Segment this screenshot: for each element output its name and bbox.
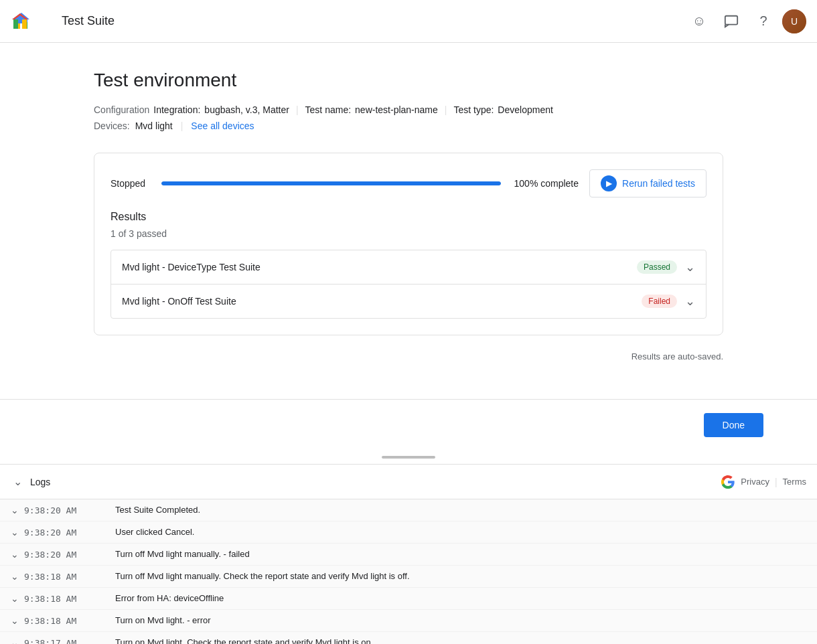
test-item-1[interactable]: Mvd light - OnOff Test Suite Failed ⌄: [111, 285, 706, 318]
status-label: Stopped: [110, 178, 151, 189]
config-row: Configuration Integration: bugbash, v.3,…: [94, 104, 723, 115]
test-type-value: Development: [498, 104, 553, 115]
log-time-2: 9:38:20 AM: [24, 550, 76, 560]
done-row: Done: [0, 400, 817, 451]
log-entry-3: ⌄ 9:38:18 AM Turn off Mvd light manually…: [0, 566, 817, 588]
main-content: Test environment Configuration Integrati…: [40, 43, 777, 399]
svg-rect-7: [22, 19, 27, 29]
privacy-link[interactable]: Privacy: [741, 477, 769, 487]
badge-failed-1: Failed: [642, 295, 677, 308]
logs-header: ⌄ Logs Privacy | Terms: [0, 465, 817, 499]
log-entry-0: ⌄ 9:38:20 AM Test Suite Completed.: [0, 499, 817, 521]
scroll-indicator: [0, 451, 817, 464]
log-chevron-0[interactable]: ⌄: [11, 505, 19, 515]
log-entries: ⌄ 9:38:20 AM Test Suite Completed. ⌄ 9:3…: [0, 499, 817, 644]
log-time-3: 9:38:18 AM: [24, 572, 76, 582]
integration-value: bugbash, v.3, Matter: [204, 104, 289, 115]
footer-separator: |: [775, 477, 777, 487]
emoji-button[interactable]: ☺: [686, 8, 713, 35]
test-name-1: Mvd light - OnOff Test Suite: [122, 296, 236, 307]
app-logo-icon: [11, 12, 29, 31]
separator-2: |: [445, 104, 447, 115]
user-avatar[interactable]: U: [782, 9, 806, 33]
log-entry-left-1: ⌄ 9:38:20 AM: [11, 527, 104, 538]
log-time-1: 9:38:20 AM: [24, 528, 76, 538]
log-time-0: 9:38:20 AM: [24, 505, 76, 515]
log-message-4: Error from HA: deviceOffline: [115, 593, 806, 603]
log-time-5: 9:38:18 AM: [24, 616, 76, 626]
log-message-0: Test Suite Completed.: [115, 505, 806, 515]
test-item-0[interactable]: Mvd light - DeviceType Test Suite Passed…: [111, 250, 706, 285]
log-chevron-4[interactable]: ⌄: [11, 593, 19, 604]
page-title: Test environment: [94, 70, 723, 91]
log-entry-left-5: ⌄ 9:38:18 AM: [11, 615, 104, 626]
progress-row: Stopped 100% complete ▶ Rerun failed tes…: [110, 169, 707, 197]
chevron-down-icon-1: ⌄: [685, 294, 695, 309]
log-entry-6: ⌄ 9:38:17 AM Turn on Mvd light. Check th…: [0, 632, 817, 644]
progress-bar-container: [161, 181, 501, 185]
app-header: Test Suite ☺ ? U: [0, 0, 817, 43]
log-entry-left-6: ⌄ 9:38:17 AM: [11, 637, 104, 644]
results-section: Results 1 of 3 passed Mvd light - Device…: [110, 211, 707, 319]
log-chevron-6[interactable]: ⌄: [11, 637, 19, 644]
log-message-2: Turn off Mvd light manually. - failed: [115, 549, 806, 559]
test-name-0: Mvd light - DeviceType Test Suite: [122, 262, 261, 272]
log-message-1: User clicked Cancel.: [115, 527, 806, 537]
log-entry-left-4: ⌄ 9:38:18 AM: [11, 593, 104, 604]
log-entry-1: ⌄ 9:38:20 AM User clicked Cancel.: [0, 521, 817, 544]
google-g-icon: [721, 475, 735, 489]
log-message-5: Turn on Mvd light. - error: [115, 615, 806, 625]
auto-saved-text: Results are auto-saved.: [94, 351, 723, 361]
svg-rect-6: [13, 19, 18, 29]
help-button[interactable]: ?: [750, 8, 777, 35]
log-entry-left-3: ⌄ 9:38:18 AM: [11, 571, 104, 582]
log-entry-5: ⌄ 9:38:18 AM Turn on Mvd light. - error: [0, 610, 817, 632]
progress-bar-fill: [161, 181, 501, 185]
test-right-0: Passed ⌄: [637, 260, 695, 274]
log-chevron-2[interactable]: ⌄: [11, 549, 19, 560]
chevron-down-icon-0: ⌄: [685, 260, 695, 274]
terms-link[interactable]: Terms: [783, 477, 806, 487]
separator-3: |: [181, 120, 183, 131]
rerun-label: Rerun failed tests: [622, 178, 695, 189]
logs-section: ⌄ Logs Privacy | Terms ⌄ 9:38:20 AM Test…: [0, 464, 817, 644]
done-button[interactable]: Done: [704, 413, 763, 437]
test-type-label: Test type:: [453, 104, 494, 115]
devices-row: Devices: Mvd light | See all devices: [94, 120, 723, 131]
log-chevron-5[interactable]: ⌄: [11, 615, 19, 626]
progress-card: Stopped 100% complete ▶ Rerun failed tes…: [94, 153, 723, 335]
scroll-bar: [382, 456, 435, 459]
progress-percentage: 100% complete: [512, 178, 579, 189]
results-title: Results: [110, 211, 707, 223]
see-all-devices-link[interactable]: See all devices: [191, 120, 254, 131]
svg-rect-8: [725, 15, 737, 24]
rerun-failed-tests-button[interactable]: ▶ Rerun failed tests: [589, 169, 707, 197]
test-name-value: new-test-plan-name: [355, 104, 438, 115]
log-entry-4: ⌄ 9:38:18 AM Error from HA: deviceOfflin…: [0, 588, 817, 610]
log-message-6: Turn on Mvd light. Check the report stat…: [115, 637, 806, 644]
devices-label: Devices:: [94, 120, 130, 131]
play-icon: ▶: [601, 175, 617, 191]
results-count: 1 of 3 passed: [110, 228, 707, 239]
integration-label: Integration:: [153, 104, 200, 115]
chat-button[interactable]: [718, 8, 745, 35]
test-name-label: Test name:: [305, 104, 351, 115]
config-label: Configuration: [94, 104, 149, 115]
log-entry-left-2: ⌄ 9:38:20 AM: [11, 549, 104, 560]
badge-passed-0: Passed: [637, 260, 677, 274]
chevron-down-icon: ⌄: [13, 476, 22, 487]
devices-value: Mvd light: [135, 120, 173, 131]
logs-title: Logs: [30, 477, 50, 487]
log-message-3: Turn off Mvd light manually. Check the r…: [115, 571, 806, 581]
log-time-4: 9:38:18 AM: [24, 594, 76, 604]
log-entry-2: ⌄ 9:38:20 AM Turn off Mvd light manually…: [0, 544, 817, 566]
separator-1: |: [296, 104, 299, 115]
header-right: ☺ ? U: [686, 8, 806, 35]
log-chevron-1[interactable]: ⌄: [11, 527, 19, 538]
test-list: Mvd light - DeviceType Test Suite Passed…: [110, 250, 707, 319]
app-title: Test Suite: [62, 14, 115, 28]
logs-header-left: ⌄ Logs: [11, 473, 50, 491]
logs-expand-button[interactable]: ⌄: [11, 473, 25, 491]
test-right-1: Failed ⌄: [642, 294, 695, 309]
log-chevron-3[interactable]: ⌄: [11, 571, 19, 582]
